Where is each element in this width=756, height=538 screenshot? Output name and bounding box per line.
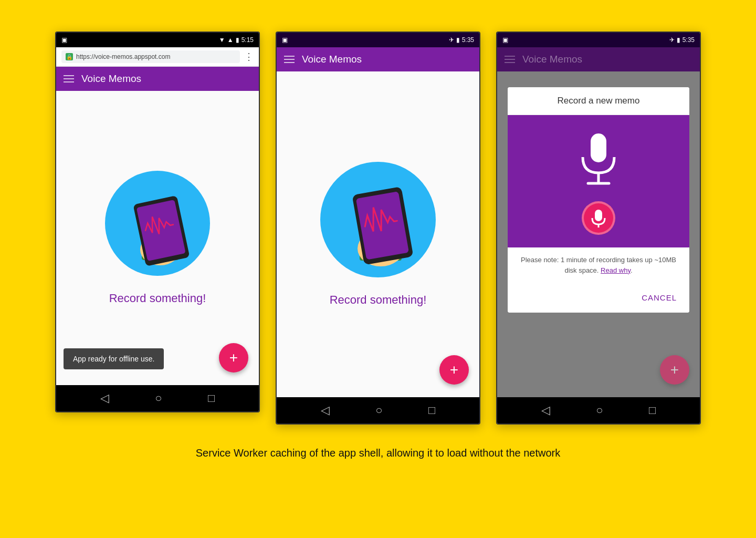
phone-2: ▣ ✈ ▮ 5:35 Voice Memos — [276, 32, 480, 425]
phone2-airplane-icon: ✈ — [449, 36, 454, 44]
phone2-illustration-svg — [320, 162, 436, 277]
phone3-battery-icon: ▮ — [677, 36, 680, 44]
phone3-record-button[interactable] — [582, 201, 615, 235]
phone1-content: Record something! App ready for offline … — [56, 91, 259, 385]
phone3-dialog-body — [508, 115, 689, 247]
phone2-recents-btn[interactable]: □ — [428, 404, 435, 417]
phone1-wifi-icon: ▼ — [219, 36, 225, 44]
phone3-hamburger-icon[interactable] — [505, 56, 515, 63]
phone3-mic-svg — [575, 131, 622, 189]
phone3-cancel-button[interactable]: CANCEL — [637, 289, 681, 306]
phone1-url-bar[interactable]: 🔒 https://voice-memos.appspot.com — [61, 50, 240, 63]
phone-1: ▣ ▼ ▲ ▮ 5:15 🔒 https://voice-memos.appsp… — [55, 32, 260, 412]
phone2-phone-icon: ▣ — [282, 36, 288, 44]
phone1-app-title: Voice Memos — [81, 73, 141, 85]
phone1-address-bar: 🔒 https://voice-memos.appspot.com ⋮ — [56, 47, 259, 67]
phone1-illustration-svg — [105, 171, 210, 276]
phone2-back-btn[interactable]: ◁ — [321, 404, 330, 417]
phone3-mic-illustration — [575, 131, 622, 189]
phone2-fab-icon: + — [450, 361, 458, 378]
phone2-record-label: Record something! — [330, 293, 427, 307]
phone1-status-left: ▣ — [61, 36, 219, 44]
phone2-status-left: ▣ — [282, 36, 449, 44]
phone1-signal-icon: ▲ — [227, 36, 234, 44]
phone1-url-text: https://voice-memos.appspot.com — [76, 53, 170, 60]
phone3-status-left: ▣ — [502, 36, 669, 44]
phone2-status-right: ✈ ▮ 5:35 — [449, 36, 474, 44]
phone1-fab-icon: + — [229, 349, 238, 366]
phone1-time: 5:15 — [242, 36, 254, 44]
page-caption: Service Worker caching of the app shell,… — [196, 446, 560, 460]
phone2-status-bar: ▣ ✈ ▮ 5:35 — [277, 33, 479, 47]
phone3-dialog-title: Record a new memo — [558, 96, 640, 106]
phone3-toolbar: Voice Memos — [497, 47, 700, 71]
phone1-status-right: ▼ ▲ ▮ 5:15 — [219, 36, 254, 44]
phone3-status-right: ✈ ▮ 5:35 — [669, 36, 695, 44]
phone3-nav-bar: ◁ ○ □ — [497, 397, 700, 423]
phone3-back-btn[interactable]: ◁ — [541, 404, 550, 417]
phones-container: ▣ ▼ ▲ ▮ 5:15 🔒 https://voice-memos.appsp… — [21, 32, 735, 425]
phone3-phone-icon: ▣ — [502, 36, 508, 44]
phone1-offline-toast: App ready for offline use. — [64, 348, 164, 369]
phone2-toolbar: Voice Memos — [277, 47, 479, 71]
phone3-dialog-actions: CANCEL — [508, 283, 689, 313]
phone2-fab[interactable]: + — [439, 355, 469, 385]
svg-rect-11 — [595, 210, 602, 221]
phone3-dialog: Record a new memo — [508, 87, 689, 313]
phone2-hamburger-icon[interactable] — [284, 56, 295, 63]
phone1-fab[interactable]: + — [219, 343, 248, 373]
phone1-back-btn[interactable]: ◁ — [100, 391, 109, 405]
phone3-status-bar: ▣ ✈ ▮ 5:35 — [497, 33, 700, 47]
phone1-phone-icon: ▣ — [61, 36, 67, 44]
phone2-content: Record something! + — [277, 71, 479, 397]
phone2-battery-icon: ▮ — [456, 36, 460, 44]
phone1-record-label: Record something! — [109, 292, 206, 305]
phone-3: ▣ ✈ ▮ 5:35 Voice Memos Record a new memo — [496, 32, 701, 425]
svg-rect-8 — [591, 133, 606, 162]
phone3-read-why-link[interactable]: Read why — [601, 266, 631, 274]
phone1-hamburger-icon[interactable] — [64, 75, 74, 82]
phone3-fab[interactable]: + — [660, 355, 689, 385]
phone3-fab-icon: + — [670, 361, 679, 378]
phone3-recents-btn[interactable]: □ — [649, 404, 656, 417]
phone3-time: 5:35 — [682, 36, 695, 44]
phone2-illustration — [320, 162, 436, 277]
phone3-note-text: Please note: 1 minute of recording takes… — [521, 256, 676, 274]
phone1-nav-bar: ◁ ○ □ — [56, 385, 259, 411]
phone3-home-btn[interactable]: ○ — [596, 404, 603, 417]
phone3-airplane-icon: ✈ — [669, 36, 675, 44]
phone3-dialog-note: Please note: 1 minute of recording takes… — [508, 247, 689, 283]
phone1-illustration — [105, 171, 210, 276]
phone1-battery-icon: ▮ — [236, 36, 239, 44]
phone1-menu-icon[interactable]: ⋮ — [244, 51, 254, 63]
caption-text: Service Worker caching of the app shell,… — [196, 447, 560, 459]
phone3-content: Record a new memo — [497, 71, 700, 397]
lock-icon: 🔒 — [66, 53, 73, 60]
phone3-mic-btn-icon — [591, 209, 606, 227]
phone2-home-btn[interactable]: ○ — [375, 404, 382, 417]
phone1-toast-text: App ready for offline use. — [73, 355, 154, 363]
phone3-dialog-header: Record a new memo — [508, 87, 689, 115]
phone2-time: 5:35 — [462, 36, 474, 44]
phone1-home-btn[interactable]: ○ — [155, 391, 162, 405]
phone2-nav-bar: ◁ ○ □ — [277, 397, 479, 423]
phone2-app-title: Voice Memos — [302, 54, 362, 65]
phone1-status-bar: ▣ ▼ ▲ ▮ 5:15 — [56, 33, 259, 47]
phone3-app-title: Voice Memos — [522, 54, 582, 65]
phone1-recents-btn[interactable]: □ — [208, 391, 215, 405]
phone1-toolbar: Voice Memos — [56, 67, 259, 91]
